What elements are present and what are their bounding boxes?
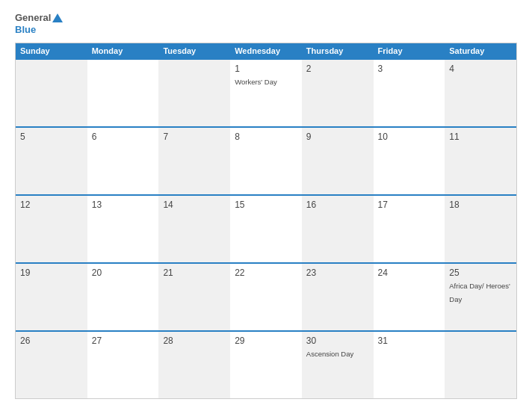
day-number: 5 — [20, 132, 83, 142]
header-day-friday: Friday — [374, 43, 445, 58]
calendar-day-cell: 22 — [230, 264, 302, 330]
calendar-week-4: 19202122232425Africa Day/ Heroes' Day — [16, 262, 516, 330]
day-number: 18 — [449, 200, 512, 210]
day-number: 8 — [235, 132, 297, 142]
calendar-day-cell: 7 — [158, 128, 230, 194]
day-number: 10 — [378, 132, 441, 142]
calendar-day-cell: 17 — [374, 196, 445, 262]
day-number: 9 — [306, 132, 369, 142]
calendar-day-cell: 29 — [230, 332, 302, 398]
calendar-day-cell: 8 — [230, 128, 302, 194]
day-event: Africa Day/ Heroes' Day — [449, 282, 510, 303]
calendar-day-cell: 26 — [16, 332, 87, 398]
day-number: 19 — [20, 268, 83, 278]
day-event: Ascension Day — [306, 350, 353, 358]
day-number: 25 — [449, 268, 512, 278]
day-number: 16 — [306, 200, 369, 210]
header-day-thursday: Thursday — [302, 43, 374, 58]
calendar-week-5: 2627282930Ascension Day31 — [16, 330, 516, 398]
calendar-day-cell: 5 — [16, 128, 87, 194]
day-number: 6 — [92, 132, 155, 142]
day-number: 27 — [92, 336, 155, 346]
calendar-week-3: 12131415161718 — [16, 194, 516, 262]
logo-triangle — [52, 13, 63, 22]
header: General Blue — [15, 12, 517, 35]
calendar-day-cell: 6 — [87, 128, 159, 194]
calendar-day-cell: 15 — [230, 196, 302, 262]
calendar-day-cell: 10 — [374, 128, 445, 194]
calendar-day-cell: 27 — [87, 332, 159, 398]
day-number: 1 — [235, 64, 297, 74]
calendar-day-cell: 4 — [445, 60, 516, 126]
calendar-day-cell: 21 — [158, 264, 230, 330]
header-day-wednesday: Wednesday — [230, 43, 302, 58]
header-day-sunday: Sunday — [16, 43, 87, 58]
calendar-day-cell: 19 — [16, 264, 87, 330]
header-day-tuesday: Tuesday — [158, 43, 230, 58]
day-number: 30 — [306, 336, 369, 346]
day-number: 13 — [92, 200, 155, 210]
day-number: 23 — [306, 268, 369, 278]
logo: General Blue — [15, 12, 63, 35]
day-number: 12 — [20, 200, 83, 210]
page: General Blue SundayMondayTuesdayWednesda… — [0, 0, 532, 411]
calendar-day-cell — [87, 60, 159, 126]
calendar-day-cell — [445, 332, 516, 398]
day-number: 11 — [449, 132, 512, 142]
calendar-body: 1Workers' Day234567891011121314151617181… — [16, 58, 516, 398]
calendar-day-cell: 16 — [302, 196, 374, 262]
day-number: 14 — [163, 200, 226, 210]
day-number: 22 — [235, 268, 297, 278]
calendar-day-cell: 18 — [445, 196, 516, 262]
calendar-day-cell: 2 — [302, 60, 374, 126]
calendar: SundayMondayTuesdayWednesdayThursdayFrid… — [15, 43, 517, 399]
day-number: 7 — [163, 132, 226, 142]
calendar-day-cell: 12 — [16, 196, 87, 262]
calendar-header-row: SundayMondayTuesdayWednesdayThursdayFrid… — [16, 43, 516, 58]
calendar-day-cell: 1Workers' Day — [230, 60, 302, 126]
day-number: 4 — [449, 64, 512, 74]
day-number: 24 — [378, 268, 441, 278]
day-number: 15 — [235, 200, 297, 210]
calendar-week-1: 1Workers' Day234 — [16, 58, 516, 126]
calendar-day-cell: 11 — [445, 128, 516, 194]
calendar-day-cell: 13 — [87, 196, 159, 262]
calendar-day-cell: 24 — [374, 264, 445, 330]
calendar-day-cell: 28 — [158, 332, 230, 398]
calendar-day-cell — [16, 60, 87, 126]
calendar-day-cell: 3 — [374, 60, 445, 126]
day-number: 21 — [163, 268, 226, 278]
calendar-day-cell: 9 — [302, 128, 374, 194]
day-number: 2 — [306, 64, 369, 74]
logo-general: General — [15, 12, 51, 24]
calendar-week-2: 567891011 — [16, 126, 516, 194]
day-event: Workers' Day — [235, 78, 277, 86]
calendar-day-cell: 31 — [374, 332, 445, 398]
calendar-day-cell: 23 — [302, 264, 374, 330]
calendar-day-cell: 25Africa Day/ Heroes' Day — [445, 264, 516, 330]
header-day-monday: Monday — [87, 43, 159, 58]
calendar-day-cell — [158, 60, 230, 126]
day-number: 3 — [378, 64, 441, 74]
day-number: 29 — [235, 336, 297, 346]
calendar-day-cell: 30Ascension Day — [302, 332, 374, 398]
day-number: 20 — [92, 268, 155, 278]
day-number: 31 — [378, 336, 441, 346]
calendar-day-cell: 14 — [158, 196, 230, 262]
day-number: 26 — [20, 336, 83, 346]
logo-blue: Blue — [15, 24, 63, 36]
header-day-saturday: Saturday — [445, 43, 516, 58]
calendar-day-cell: 20 — [87, 264, 159, 330]
day-number: 28 — [163, 336, 226, 346]
day-number: 17 — [378, 200, 441, 210]
